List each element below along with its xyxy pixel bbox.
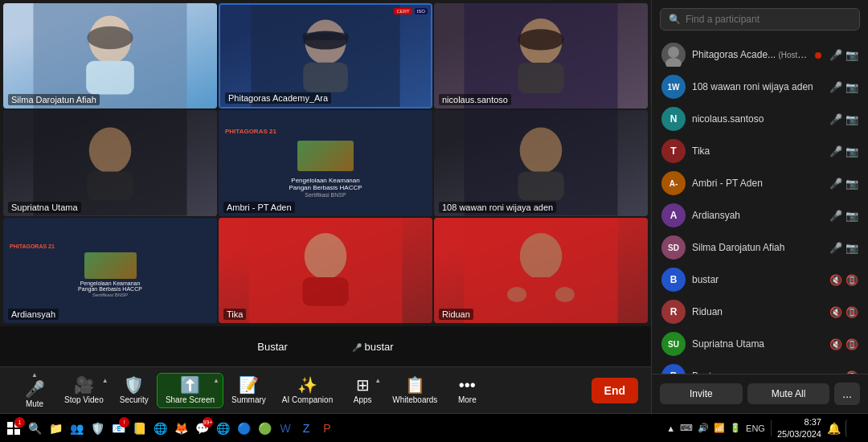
taskbar-clock[interactable]: 8:37 25/03/2024 (777, 416, 821, 440)
svg-point-3 (87, 27, 133, 50)
participant-icons-riduan: 🔇 📵 (829, 306, 858, 318)
video-area: Silma Darojatun Afiah CERT ISO (0, 0, 651, 413)
p-mic-icon: 🎤 (829, 49, 842, 61)
active-mic-icon: 🎤 (352, 343, 362, 352)
taskbar-file-explorer[interactable]: 📁 (47, 419, 64, 437)
share-chevron: ▲ (213, 377, 219, 384)
video-cell-tika: Tika (219, 218, 432, 323)
taskbar-teams[interactable]: 👥 (68, 419, 85, 437)
participant-item-nicolaus[interactable]: N nicolaus.santoso 🎤 📷 (655, 103, 865, 135)
systray-volume[interactable]: 🔊 (698, 423, 709, 433)
invite-button[interactable]: Invite (660, 383, 743, 404)
sidebar-more-button[interactable]: ... (834, 383, 860, 405)
apps-button[interactable]: ▲ ⊞ Apps (341, 374, 384, 407)
end-button[interactable]: End (592, 378, 638, 403)
svg-point-17 (520, 128, 563, 174)
taskbar-chrome[interactable]: 🔵 (235, 419, 252, 437)
cell-name-phita: Phitagoras Academy_Ara (225, 92, 331, 104)
taskbar-chrome2[interactable]: 🟢 (256, 419, 273, 437)
participant-avatar-tika: T (661, 139, 686, 163)
participant-item-wawan[interactable]: 1W 108 wawan roni wijaya aden 🎤 📷 (655, 71, 865, 103)
slide-text-ardia: Pengelolaan KeamananPangan Berbasis HACC… (78, 280, 142, 297)
participant-avatar-nicolaus: N (661, 107, 686, 131)
share-screen-icon: ⬆️ (180, 377, 200, 393)
participant-item-bustar[interactable]: B bustar 🔇 📵 (655, 264, 865, 296)
taskbar-firefox[interactable]: 🦊 (172, 419, 190, 437)
slide-image-ambri (297, 141, 354, 171)
participant-item-ardia[interactable]: A Ardiansyah 🎤 📷 (655, 199, 865, 231)
stop-video-label: Stop Video (64, 395, 104, 404)
p-mic-icon-riduan: 🔇 (829, 306, 842, 318)
svg-point-26 (555, 287, 575, 302)
more-button[interactable]: ••• More (445, 374, 489, 407)
taskbar-whatsapp[interactable]: 💬 99+ (193, 419, 211, 437)
taskbar-zoom[interactable]: Z (297, 419, 315, 437)
mute-button[interactable]: ▲ 🎤 Mute (13, 369, 56, 411)
participant-icons-phita-host: 🎤 📷 (829, 49, 858, 61)
whiteboards-button[interactable]: 📋 Whiteboards (384, 374, 445, 407)
ai-companion-button[interactable]: ✨ AI Companion (274, 374, 341, 407)
svg-point-12 (518, 29, 563, 50)
taskbar-edge2[interactable]: 🌐 (214, 419, 231, 437)
taskbar-search[interactable]: 🔍 (26, 419, 43, 437)
systray-network[interactable]: 📶 (714, 423, 725, 433)
cell-name-supri: Supriatna Utama (8, 202, 81, 213)
whiteboards-icon: 📋 (405, 377, 425, 393)
taskbar-mail[interactable]: 📧 ! (109, 419, 127, 437)
participant-item-supri[interactable]: SU Supriatna Utama 🔇 📵 (655, 328, 865, 360)
taskbar-windows-button[interactable]: 1 (5, 419, 23, 437)
participant-item-silma[interactable]: SD Silma Darojatun Afiah 🎤 📷 (655, 231, 865, 264)
taskbar-word[interactable]: W (276, 419, 294, 437)
participant-item-ambri[interactable]: A- Ambri - PT Aden 🎤 📷 (655, 167, 865, 199)
svg-point-28 (665, 58, 682, 67)
participant-icons-ambri: 🎤 📷 (829, 178, 858, 190)
participant-item-bustar-cap[interactable]: B Bustar 📵 (655, 360, 865, 374)
p-cam-icon-tika: 📷 (845, 145, 858, 158)
participant-name-phita-host: Phitagoras Acade... (Host, me) (692, 49, 809, 60)
search-input[interactable] (686, 14, 851, 25)
p-mic-icon-ardia: 🎤 (829, 210, 842, 222)
participant-item-riduan[interactable]: R Riduan 🔇 📵 (655, 296, 865, 328)
cell-name-ardia: Ardiansyah (8, 309, 59, 320)
slide-image-ardia (84, 252, 137, 279)
taskbar-notepad[interactable]: 📒 (130, 419, 148, 437)
speaker-left-name: Bustar (257, 341, 288, 353)
participant-icons-wawan: 🎤 📷 (829, 81, 858, 93)
participant-avatar-bustar: B (661, 268, 686, 292)
speaker-area: Bustar 🎤 bustar (0, 326, 651, 366)
search-box[interactable]: 🔍 (660, 8, 860, 31)
taskbar-edge[interactable]: 🌐 (151, 419, 169, 437)
mute-all-button[interactable]: Mute All (747, 383, 830, 404)
main-area: Silma Darojatun Afiah CERT ISO (0, 0, 868, 413)
participant-name-riduan: Riduan (692, 306, 823, 317)
participant-name-nicolaus: nicolaus.santoso (692, 113, 823, 125)
summary-button[interactable]: 📝 Summary (223, 374, 274, 407)
taskbar-powerpoint[interactable]: P (318, 419, 336, 437)
participant-icons-silma: 🎤 📷 (829, 242, 858, 254)
share-screen-button[interactable]: ▲ ⬆️ Share Screen (157, 373, 223, 408)
taskbar-defender[interactable]: 🛡️ (88, 419, 106, 437)
svg-rect-11 (518, 63, 563, 93)
cell-name-tika: Tika (223, 309, 246, 320)
taskbar-notification[interactable]: 🔔 (825, 419, 842, 437)
stop-video-button[interactable]: ▲ 🎥 Stop Video (56, 374, 112, 407)
p-cam-icon-ardia: 📷 (845, 210, 858, 222)
security-button[interactable]: 🛡️ Security (112, 374, 157, 407)
svg-point-27 (668, 47, 679, 58)
p-mic-icon-nico: 🎤 (829, 113, 842, 125)
security-label: Security (120, 395, 149, 404)
ai-companion-label: AI Companion (282, 395, 333, 404)
taskbar-date: 25/03/2024 (777, 428, 821, 440)
participant-item-phita-host[interactable]: Phitagoras Acade... (Host, me) 🎤 📷 (655, 39, 865, 71)
participant-name-ardia: Ardiansyah (692, 210, 823, 221)
participant-name-ambri: Ambri - PT Aden (692, 178, 823, 189)
toolbar: ▲ 🎤 Mute ▲ 🎥 Stop Video 🛡️ Security ▲ ⬆️… (0, 366, 651, 413)
speaker-right-name: bustar (365, 341, 394, 353)
participant-name-silma: Silma Darojatun Afiah (692, 242, 823, 253)
video-cell-ambri: PHITAGORAS 21 Pengelolaan KeamananPangan… (219, 110, 432, 215)
taskbar-show-desktop[interactable] (845, 419, 863, 437)
search-area: 🔍 (652, 0, 868, 39)
participant-item-tika[interactable]: T Tika 🎤 📷 (655, 135, 865, 167)
participant-name-tika: Tika (692, 145, 823, 157)
systray-arrow[interactable]: ▲ (666, 424, 675, 433)
